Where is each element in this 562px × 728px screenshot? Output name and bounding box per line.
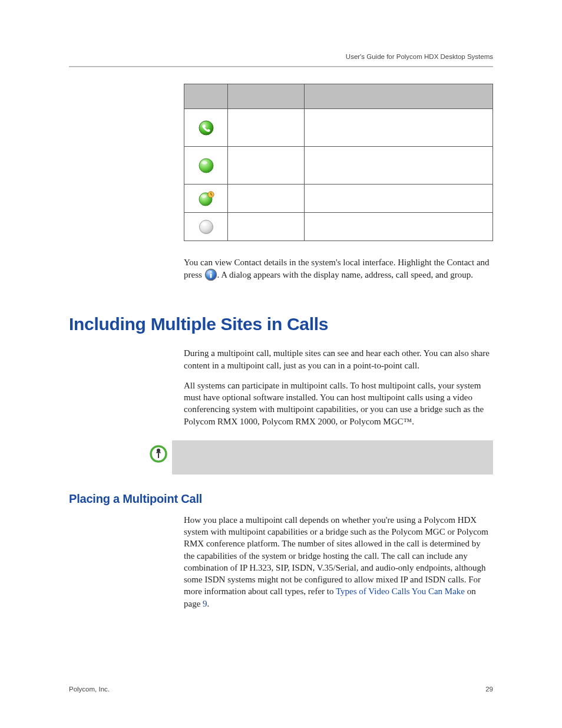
page-number: 29: [485, 686, 493, 693]
footer-left: Polycom, Inc.: [69, 686, 110, 693]
multipoint-block: How you place a multipoint call depends …: [184, 514, 493, 610]
table-header-3: [305, 84, 493, 109]
heading-1: Including Multiple Sites in Calls: [69, 314, 493, 334]
paragraph: How you place a multipoint call depends …: [184, 514, 493, 610]
table-header-row: [184, 84, 493, 109]
svg-point-4: [201, 195, 206, 198]
paragraph: During a multipoint call, multiple sites…: [184, 347, 493, 371]
content-column: You can view Contact details in the syst…: [184, 84, 493, 281]
svg-point-1: [199, 159, 213, 173]
cross-ref-link[interactable]: Types of Video Calls You Can Make: [336, 587, 465, 596]
table-header-2: [228, 84, 305, 109]
cell-1-2: [228, 109, 305, 147]
note-box: [172, 440, 493, 475]
table-row: [184, 147, 493, 185]
table-row: [184, 109, 493, 147]
running-header: User's Guide for Polycom HDX Desktop Sys…: [69, 53, 493, 60]
cell-2-2: [228, 147, 305, 185]
footer: Polycom, Inc. 29: [69, 686, 493, 693]
contact-paragraph: You can view Contact details in the syst…: [184, 256, 493, 281]
page: User's Guide for Polycom HDX Desktop Sys…: [0, 0, 562, 728]
cell-icon-1: [184, 109, 228, 147]
svg-point-8: [199, 220, 213, 233]
cell-3-2: [228, 185, 305, 213]
heading-2: Placing a Multipoint Call: [69, 492, 493, 506]
info-button-icon: [204, 268, 217, 281]
svg-point-11: [210, 271, 211, 273]
svg-point-0: [199, 121, 213, 135]
cell-4-2: [228, 213, 305, 241]
table-row: [184, 213, 493, 241]
call-green-icon: [184, 120, 227, 136]
text: . A dialog appears with the display name…: [217, 270, 473, 279]
cell-1-3: [305, 109, 493, 147]
status-table: [184, 84, 493, 241]
text: .: [207, 599, 210, 608]
intro-block: During a multipoint call, multiple sites…: [184, 347, 493, 427]
page-ref-link[interactable]: 9: [203, 599, 207, 608]
table-header-1: [184, 84, 228, 109]
cell-2-3: [305, 147, 493, 185]
svg-rect-12: [210, 274, 211, 278]
svg-point-9: [201, 222, 207, 226]
orb-grey-icon: [184, 219, 227, 235]
cell-icon-3: [184, 185, 228, 213]
paragraph: All systems can participate in multipoin…: [184, 380, 493, 427]
cell-icon-4: [184, 213, 228, 241]
note-row: [148, 440, 493, 475]
cell-4-3: [305, 213, 493, 241]
header-rule: [69, 66, 493, 67]
text: How you place a multipoint call depends …: [184, 515, 488, 597]
cell-3-3: [305, 185, 493, 213]
orb-green-icon: [184, 157, 227, 174]
table-row: [184, 185, 493, 213]
svg-point-2: [201, 161, 207, 164]
orb-green-clock-icon: [184, 190, 227, 207]
note-pin-icon: [148, 440, 172, 464]
cell-icon-2: [184, 147, 228, 185]
